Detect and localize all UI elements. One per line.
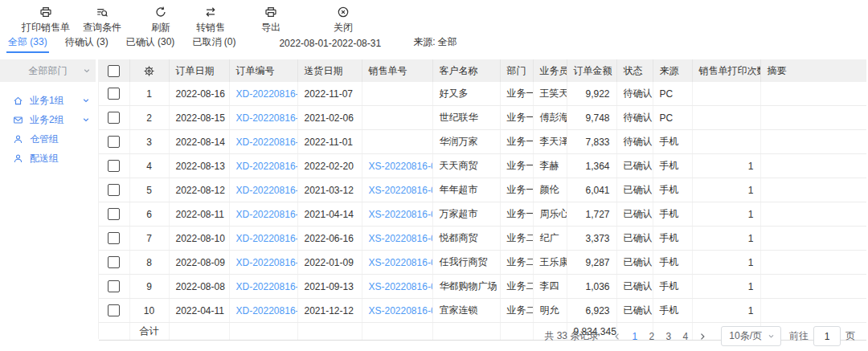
row-checkbox[interactable] bbox=[108, 136, 120, 148]
order-no-link[interactable]: XD-20220816-000011 bbox=[236, 257, 298, 268]
header-column-settings-cell[interactable] bbox=[129, 59, 169, 82]
cell-sales-no: XS-20220816-000012 bbox=[362, 227, 432, 251]
home-icon bbox=[13, 96, 23, 106]
row-checkbox[interactable] bbox=[108, 208, 120, 220]
column-header: 销售单打印次数 bbox=[692, 59, 760, 82]
department-selector[interactable]: 全部部门 bbox=[0, 59, 96, 82]
cell-order-no: XD-20220816-000017 bbox=[229, 106, 297, 130]
printer-icon bbox=[39, 6, 52, 18]
cell-summary bbox=[760, 227, 866, 251]
order-no-link[interactable]: XD-20220816-000009 bbox=[236, 305, 298, 316]
cell-status: 已确认 bbox=[616, 178, 653, 202]
sales-no-link[interactable]: XS-20220816-000010 bbox=[369, 281, 433, 292]
cell-status: 已确认 bbox=[616, 202, 653, 227]
sidebar-item-3[interactable]: 仓管组 bbox=[0, 129, 98, 149]
cell-customer: 天天商贸 bbox=[432, 154, 500, 178]
page-button-1[interactable]: 1 bbox=[626, 328, 643, 345]
order-no-link[interactable]: XD-20220816-000017 bbox=[236, 112, 298, 124]
cell-order-no: XD-20220816-000018 bbox=[229, 82, 297, 106]
row-select-cell bbox=[99, 227, 129, 251]
column-header: 部门 bbox=[500, 59, 533, 82]
cell-dept: 业务一部 bbox=[500, 202, 533, 227]
cell-print-count: 1 bbox=[692, 299, 760, 323]
cell-order-date: 2022-08-13 bbox=[169, 154, 229, 178]
row-number: 5 bbox=[129, 178, 169, 202]
sales-no-link[interactable]: XS-20220816-000009 bbox=[369, 305, 433, 316]
sidebar-item-1[interactable]: 业务1组 bbox=[0, 91, 98, 110]
table-row: 12022-08-16XD-20220816-0000182022-11-07好… bbox=[99, 82, 866, 106]
row-checkbox[interactable] bbox=[108, 256, 120, 268]
order-no-link[interactable]: XD-20220816-000010 bbox=[236, 281, 298, 292]
row-checkbox[interactable] bbox=[108, 232, 120, 244]
toolbar-button-query[interactable]: 查询条件 bbox=[83, 6, 121, 35]
order-no-link[interactable]: XD-20220816-000018 bbox=[236, 88, 298, 100]
row-select-cell bbox=[99, 202, 129, 227]
order-no-link[interactable]: XD-20220816-000012 bbox=[236, 233, 298, 244]
cell-order-no: XD-20220816-000016 bbox=[229, 130, 297, 154]
row-number: 2 bbox=[129, 106, 169, 130]
row-checkbox[interactable] bbox=[108, 88, 120, 100]
filter-date-range[interactable]: 2022-08-01-2022-08-31 bbox=[279, 38, 381, 53]
cell-print-count bbox=[692, 106, 760, 130]
row-checkbox[interactable] bbox=[108, 160, 120, 172]
cell-dept: 业务一部 bbox=[500, 178, 533, 202]
total-empty-cell bbox=[169, 323, 229, 341]
column-header: 状态 bbox=[616, 59, 653, 82]
cell-status: 已确认 bbox=[616, 154, 653, 178]
cell-salesperson: 明允 bbox=[533, 299, 567, 323]
sales-no-link[interactable]: XS-20220816-000013 bbox=[369, 209, 433, 220]
column-header: 送货日期 bbox=[297, 59, 362, 82]
prev-page-button[interactable] bbox=[608, 328, 626, 345]
order-no-link[interactable]: XD-20220816-000014 bbox=[236, 185, 298, 196]
row-checkbox[interactable] bbox=[108, 184, 120, 196]
cell-source: PC bbox=[653, 82, 692, 106]
order-no-link[interactable]: XD-20220816-000013 bbox=[236, 209, 298, 220]
cell-order-no: XD-20220816-000015 bbox=[229, 154, 297, 178]
cell-salesperson: 王乐康 bbox=[533, 251, 567, 275]
toolbar-button-printer[interactable]: 打印销售单 bbox=[22, 6, 70, 35]
row-checkbox[interactable] bbox=[108, 280, 120, 292]
page-button-3[interactable]: 3 bbox=[660, 328, 677, 345]
sales-no-link[interactable]: XS-20220816-000012 bbox=[369, 233, 433, 244]
sidebar-item-4[interactable]: 配送组 bbox=[0, 149, 98, 168]
sidebar-item-2[interactable]: 业务2组 bbox=[0, 110, 98, 129]
toolbar-button-close[interactable]: 关闭 bbox=[334, 6, 353, 35]
cell-salesperson: 李赫 bbox=[533, 154, 567, 178]
row-checkbox[interactable] bbox=[108, 112, 120, 124]
page-size-select[interactable]: 10条/页 bbox=[721, 326, 781, 346]
order-no-link[interactable]: XD-20220816-000016 bbox=[236, 137, 298, 148]
row-number: 3 bbox=[129, 130, 169, 154]
cell-dept: 业务一部 bbox=[500, 82, 533, 106]
goto-page-input[interactable] bbox=[813, 326, 841, 346]
sales-no-link[interactable]: XS-20220816-000014 bbox=[369, 185, 433, 196]
cell-order-no: XD-20220816-000012 bbox=[229, 227, 297, 251]
cell-source: 手机 bbox=[653, 227, 692, 251]
tab-3[interactable]: 已确认 (30) bbox=[125, 35, 177, 53]
toolbar-button-transfer[interactable]: 转销售 bbox=[196, 6, 225, 35]
toolbar-button-label: 打印销售单 bbox=[22, 21, 70, 35]
page-button-2[interactable]: 2 bbox=[643, 328, 660, 345]
cell-order-date: 2022-08-12 bbox=[169, 178, 229, 202]
cell-sales-no bbox=[362, 106, 432, 130]
filter-source[interactable]: 来源: 全部 bbox=[413, 35, 457, 53]
next-page-button[interactable] bbox=[694, 328, 711, 345]
tabs-row: 全部 (33)待确认 (3)已确认 (30)已取消 (0) 2022-08-01… bbox=[0, 36, 868, 53]
cell-delivery-date: 2022-11-01 bbox=[297, 130, 362, 154]
toolbar-button-refresh[interactable]: 刷新 bbox=[151, 6, 170, 35]
cell-delivery-date: 2022-06-16 bbox=[297, 227, 362, 251]
cell-summary bbox=[760, 106, 866, 130]
toolbar-button-export[interactable]: 导出 bbox=[261, 6, 280, 35]
table-row: 62022-08-11XD-20220816-0000132021-04-14X… bbox=[99, 202, 866, 227]
tab-1[interactable]: 全部 (33) bbox=[6, 35, 49, 53]
sales-no-link[interactable]: XS-20220816-000011 bbox=[369, 257, 433, 268]
close-icon bbox=[337, 6, 350, 18]
cell-dept: 业务一部 bbox=[500, 130, 533, 154]
page-button-4[interactable]: 4 bbox=[677, 328, 694, 345]
select-all-checkbox[interactable] bbox=[108, 65, 120, 77]
cell-source: PC bbox=[653, 106, 692, 130]
sales-no-link[interactable]: XS-20220816-000015 bbox=[369, 161, 433, 172]
tab-4[interactable]: 已取消 (0) bbox=[190, 35, 237, 53]
order-no-link[interactable]: XD-20220816-000015 bbox=[236, 161, 298, 172]
tab-2[interactable]: 待确认 (3) bbox=[63, 35, 110, 53]
row-checkbox[interactable] bbox=[108, 304, 120, 316]
